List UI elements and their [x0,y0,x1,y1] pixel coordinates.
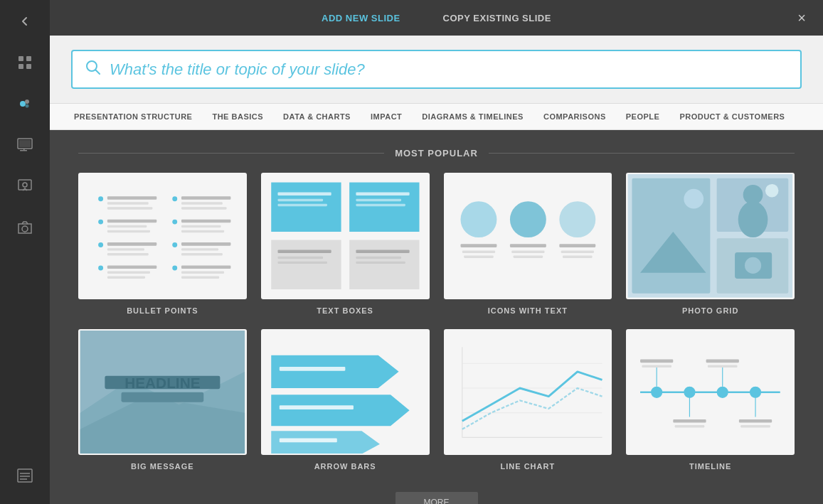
template-label-big-message: BIG MESSAGE [131,462,194,471]
category-people[interactable]: PEOPLE [616,104,670,129]
main-content: ADD NEW SLIDE COPY EXISTING SLIDE × PRES… [50,0,823,504]
tab-copy-existing-slide[interactable]: COPY EXISTING SLIDE [422,0,573,36]
template-thumbnail-icons-with-text [444,173,612,299]
search-input[interactable] [110,60,787,79]
svg-rect-25 [107,207,153,209]
template-thumbnail-big-message: HEADLINE [78,329,247,456]
svg-point-120 [750,386,761,397]
template-label-timeline: TIMELINE [689,462,731,471]
template-label-arrow-bars: ARROW BARS [314,462,376,471]
svg-rect-11 [23,149,25,151]
sidebar-settings-icon[interactable] [11,172,39,200]
svg-rect-66 [277,257,323,259]
svg-point-34 [98,265,103,270]
svg-point-94 [765,184,779,198]
more-button[interactable]: MORE [395,492,478,504]
template-label-icons-with-text: ICONS WITH TEXT [488,306,568,315]
svg-marker-105 [271,431,380,454]
svg-rect-55 [271,183,341,232]
svg-rect-132 [740,425,770,427]
svg-rect-131 [739,419,772,423]
svg-rect-108 [280,438,337,442]
svg-point-50 [172,265,177,270]
svg-rect-109 [445,331,610,454]
svg-rect-1 [26,56,31,61]
svg-rect-23 [107,196,156,200]
svg-rect-67 [277,262,326,264]
svg-point-73 [509,201,546,237]
category-the-basics[interactable]: THE BASICS [202,104,273,129]
sidebar-grid-icon[interactable] [11,48,39,77]
svg-rect-56 [349,183,419,232]
svg-point-119 [717,386,728,397]
svg-rect-125 [706,359,739,363]
svg-rect-80 [513,256,543,258]
svg-rect-79 [511,251,544,253]
sidebar [0,0,50,504]
template-label-line-chart: LINE CHART [501,462,556,471]
svg-point-14 [22,226,28,232]
svg-rect-36 [107,272,150,274]
template-thumbnail-timeline [626,329,795,456]
svg-rect-31 [107,242,156,246]
svg-text:HEADLINE: HEADLINE [124,375,200,391]
svg-rect-60 [277,199,323,201]
svg-rect-68 [356,250,409,253]
svg-rect-69 [356,257,401,259]
category-diagrams-timelines[interactable]: DIAGRAMS & TIMELINES [412,104,533,129]
svg-rect-83 [562,256,592,258]
svg-point-72 [460,201,497,237]
svg-rect-47 [181,242,230,246]
svg-marker-104 [271,395,409,426]
category-presentation-structure[interactable]: PRESENTATION STRUCTURE [64,104,202,129]
close-button[interactable]: × [791,7,812,28]
sidebar-list-icon[interactable] [11,461,39,490]
section-title: MOST POPULAR [78,148,795,159]
template-photo-grid[interactable]: PHOTO GRID [626,173,795,315]
template-big-message[interactable]: HEADLINE BIG MESSAGE [78,329,247,471]
tab-add-new-slide[interactable]: ADD NEW SLIDE [300,0,422,36]
category-product-customers[interactable]: PRODUCT & CUSTOMERS [669,104,795,129]
template-thumbnail-bullet-points [78,173,247,299]
search-icon [85,60,101,79]
template-thumbnail-text-boxes [261,173,430,299]
sidebar-back-icon[interactable] [11,7,39,36]
svg-rect-75 [460,244,497,247]
template-thumbnail-arrow-bars [261,329,430,456]
template-line-chart[interactable]: LINE CHART [444,329,612,471]
sidebar-slides-icon[interactable] [11,131,39,159]
svg-rect-43 [181,220,230,223]
template-label-photo-grid: PHOTO GRID [682,306,738,315]
sidebar-camera-icon[interactable] [11,213,39,242]
category-impact[interactable]: IMPACT [361,104,412,129]
template-timeline[interactable]: TIMELINE [626,329,795,471]
template-icons-with-text[interactable]: ICONS WITH TEXT [444,173,612,315]
template-text-boxes[interactable]: TEXT BOXES [261,173,430,315]
category-nav: PRESENTATION STRUCTURE THE BASICS DATA &… [50,104,823,130]
svg-rect-51 [181,265,230,269]
category-data-charts[interactable]: DATA & CHARTS [273,104,361,129]
svg-rect-106 [280,366,346,370]
svg-rect-15 [18,469,32,482]
templates-area: MOST POPULAR [50,130,823,504]
template-arrow-bars[interactable]: ARROW BARS [261,329,430,471]
svg-point-38 [172,196,177,201]
svg-rect-39 [181,196,230,200]
svg-point-26 [98,220,103,225]
template-label-text-boxes: TEXT BOXES [317,306,373,315]
svg-rect-62 [356,192,409,195]
svg-rect-29 [107,230,150,232]
svg-rect-52 [181,272,224,274]
svg-rect-65 [277,250,331,253]
sidebar-dot-icon[interactable] [11,90,39,118]
svg-rect-126 [708,365,738,367]
svg-rect-2 [18,64,23,69]
template-bullet-points[interactable]: BULLET POINTS [78,173,247,315]
svg-rect-49 [181,253,223,255]
svg-rect-78 [509,244,546,247]
svg-rect-33 [107,253,149,255]
svg-rect-57 [271,240,341,289]
svg-point-93 [745,257,761,274]
svg-point-30 [98,242,103,247]
category-comparisons[interactable]: COMPARISONS [533,104,616,129]
